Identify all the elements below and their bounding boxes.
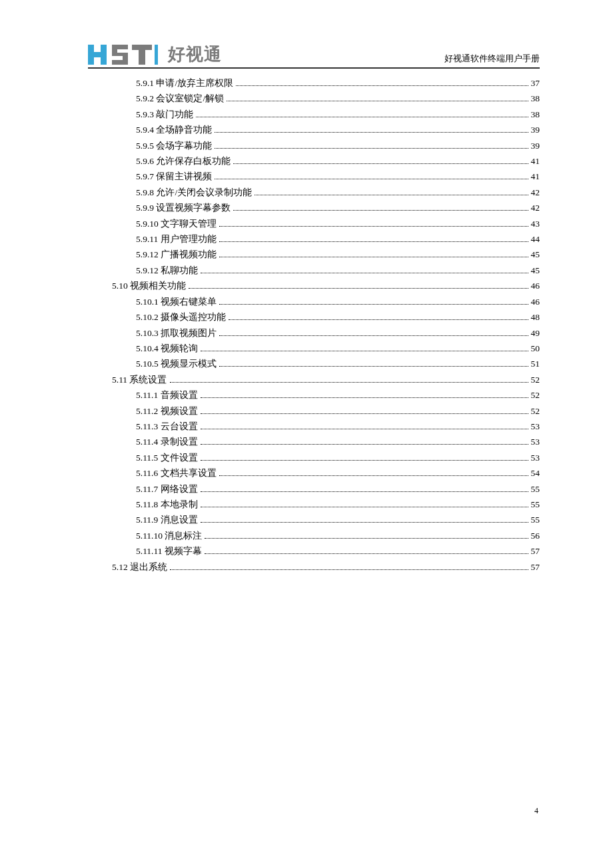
- toc-entry-page: 52: [531, 387, 540, 403]
- toc-leader-dots: [219, 366, 528, 367]
- toc-entry-page: 57: [531, 543, 540, 559]
- toc-entry-label: 5.9.5 会场字幕功能: [136, 138, 212, 153]
- toc-entry[interactable]: 5.9.1 申请/放弃主席权限 37: [88, 75, 540, 91]
- toc-entry-page: 37: [531, 75, 540, 91]
- document-page: 好视通 好视通软件终端用户手册 5.9.1 申请/放弃主席权限 375.9.2 …: [0, 0, 613, 575]
- toc-leader-dots: [229, 319, 528, 320]
- toc-entry[interactable]: 5.9.2 会议室锁定/解锁 38: [88, 91, 540, 106]
- toc-entry-label: 5.11.2 视频设置: [136, 403, 198, 419]
- toc-leader-dots: [219, 241, 528, 242]
- toc-entry-page: 42: [531, 185, 540, 200]
- toc-entry-label: 5.9.10 文字聊天管理: [136, 216, 217, 231]
- toc-entry-label: 5.9.9 设置视频字幕参数: [136, 200, 231, 215]
- toc-entry[interactable]: 5.12 退出系统 57: [88, 559, 540, 575]
- toc-entry[interactable]: 5.9.7 保留主讲视频 41: [88, 169, 540, 184]
- toc-leader-dots: [170, 382, 528, 383]
- toc-entry[interactable]: 5.11.11 视频字幕 57: [88, 543, 540, 559]
- toc-entry[interactable]: 5.9.11 用户管理功能 44: [88, 231, 540, 247]
- toc-entry[interactable]: 5.9.10 文字聊天管理 43: [88, 216, 540, 231]
- toc-entry-label: 5.11.10 消息标注: [136, 528, 202, 543]
- toc-leader-dots: [219, 304, 528, 305]
- toc-entry[interactable]: 5.11.7 网络设置 55: [88, 481, 540, 497]
- toc-leader-dots: [215, 148, 528, 149]
- toc-entry[interactable]: 5.11.3 云台设置 53: [88, 419, 540, 434]
- toc-entry[interactable]: 5.9.6 允许保存白板功能 41: [88, 153, 540, 169]
- toc-entry[interactable]: 5.10.5 视频显示模式 51: [88, 356, 540, 371]
- svg-rect-5: [155, 45, 158, 65]
- toc-entry[interactable]: 5.9.12 私聊功能 45: [88, 263, 540, 278]
- hst-logo-icon: [88, 43, 161, 66]
- toc-entry-page: 41: [531, 153, 540, 169]
- logo-text-cn: 好视通: [168, 43, 222, 66]
- toc-entry[interactable]: 5.9.4 全场静音功能 39: [88, 122, 540, 137]
- toc-entry-label: 5.9.2 会议室锁定/解锁: [136, 91, 224, 106]
- toc-entry[interactable]: 5.11.2 视频设置 52: [88, 403, 540, 419]
- toc-leader-dots: [201, 507, 528, 507]
- toc-entry[interactable]: 5.9.3 敲门功能 38: [88, 107, 540, 122]
- toc-entry[interactable]: 5.10.1 视频右键菜单 46: [88, 294, 540, 309]
- toc-entry-label: 5.11.7 网络设置: [136, 481, 198, 497]
- toc-entry[interactable]: 5.10 视频相关功能 46: [88, 278, 540, 293]
- toc-leader-dots: [255, 195, 528, 195]
- toc-entry-page: 46: [531, 278, 540, 293]
- toc-entry-label: 5.9.3 敲门功能: [136, 107, 193, 122]
- toc-entry-page: 51: [531, 356, 540, 371]
- toc-entry-label: 5.11.1 音频设置: [136, 387, 198, 403]
- toc-entry[interactable]: 5.9.9 设置视频字幕参数 42: [88, 200, 540, 215]
- toc-entry-label: 5.10.3 抓取视频图片: [136, 325, 217, 341]
- toc-entry-page: 55: [531, 497, 540, 512]
- toc-entry[interactable]: 5.11.10 消息标注 56: [88, 528, 540, 543]
- toc-entry[interactable]: 5.11.6 文档共享设置 54: [88, 465, 540, 481]
- toc-entry-page: 44: [531, 231, 540, 247]
- toc-entry[interactable]: 5.11.9 消息设置 55: [88, 512, 540, 527]
- toc-leader-dots: [170, 569, 528, 570]
- table-of-contents: 5.9.1 申请/放弃主席权限 375.9.2 会议室锁定/解锁 385.9.3…: [88, 75, 540, 575]
- toc-entry-page: 54: [531, 465, 540, 481]
- toc-entry-page: 55: [531, 512, 540, 527]
- toc-leader-dots: [201, 522, 528, 523]
- toc-entry-label: 5.11.3 云台设置: [136, 419, 198, 434]
- toc-entry-page: 52: [531, 403, 540, 419]
- document-title: 好视通软件终端用户手册: [444, 53, 540, 66]
- toc-entry-page: 53: [531, 450, 540, 465]
- toc-leader-dots: [205, 538, 528, 539]
- toc-leader-dots: [227, 101, 528, 101]
- toc-entry-page: 43: [531, 216, 540, 231]
- toc-entry-page: 39: [531, 122, 540, 137]
- toc-entry[interactable]: 5.9.8 允许/关闭会议录制功能 42: [88, 185, 540, 200]
- toc-entry-label: 5.9.7 保留主讲视频: [136, 169, 212, 184]
- toc-entry-label: 5.9.11 用户管理功能: [136, 231, 217, 247]
- svg-rect-2: [88, 52, 107, 57]
- toc-entry[interactable]: 5.9.5 会场字幕功能 39: [88, 138, 540, 153]
- toc-entry-label: 5.9.4 全场静音功能: [136, 122, 212, 137]
- toc-entry-page: 48: [531, 309, 540, 325]
- toc-entry[interactable]: 5.11.5 文件设置 53: [88, 450, 540, 465]
- toc-entry[interactable]: 5.11 系统设置 52: [88, 372, 540, 387]
- toc-entry-label: 5.10.2 摄像头遥控功能: [136, 309, 226, 325]
- logo: 好视通: [88, 43, 222, 66]
- toc-entry-label: 5.10.1 视频右键菜单: [136, 294, 217, 309]
- toc-leader-dots: [201, 429, 528, 429]
- toc-entry[interactable]: 5.11.4 录制设置 53: [88, 434, 540, 449]
- toc-leader-dots: [236, 85, 528, 86]
- toc-leader-dots: [219, 475, 528, 476]
- toc-entry-page: 53: [531, 434, 540, 449]
- toc-entry[interactable]: 5.11.1 音频设置 52: [88, 387, 540, 403]
- toc-entry-label: 5.10.5 视频显示模式: [136, 356, 217, 371]
- toc-entry-page: 49: [531, 325, 540, 341]
- toc-entry-page: 55: [531, 481, 540, 497]
- toc-entry[interactable]: 5.9.12 广播视频功能 45: [88, 247, 540, 262]
- toc-leader-dots: [201, 491, 528, 492]
- toc-entry-page: 50: [531, 341, 540, 356]
- toc-entry-page: 45: [531, 247, 540, 262]
- toc-entry-page: 38: [531, 91, 540, 106]
- toc-entry-label: 5.11.5 文件设置: [136, 450, 198, 465]
- toc-entry[interactable]: 5.10.4 视频轮询 50: [88, 341, 540, 356]
- toc-entry[interactable]: 5.10.2 摄像头遥控功能 48: [88, 309, 540, 325]
- toc-leader-dots: [215, 179, 528, 179]
- toc-entry-page: 53: [531, 419, 540, 434]
- toc-entry[interactable]: 5.11.8 本地录制 55: [88, 497, 540, 512]
- toc-entry[interactable]: 5.10.3 抓取视频图片 49: [88, 325, 540, 341]
- page-number: 4: [534, 806, 538, 816]
- toc-entry-page: 57: [531, 559, 540, 575]
